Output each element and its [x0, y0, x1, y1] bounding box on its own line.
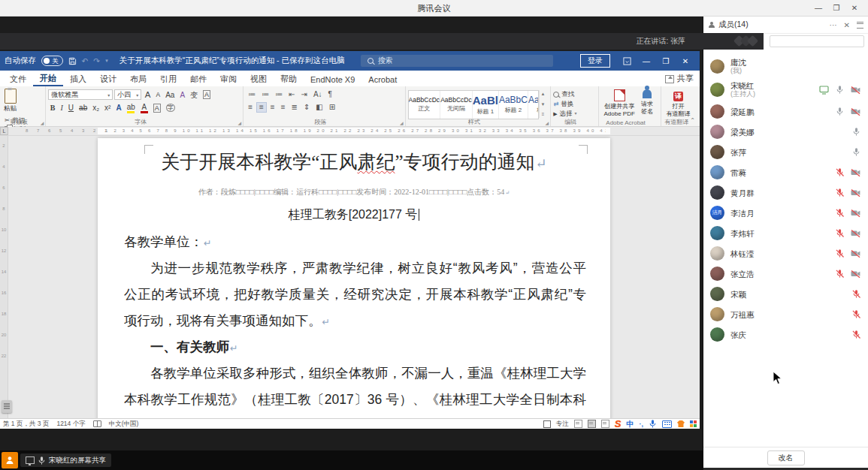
ime-mic-icon[interactable] — [649, 419, 657, 429]
paragraph-tool-icon-0[interactable]: ≡ — [246, 102, 255, 113]
mic-off-icon[interactable] — [836, 269, 844, 279]
member-search-input[interactable] — [770, 35, 864, 47]
font-tool-icon-5[interactable]: A — [201, 90, 213, 99]
meeting-taskbar-button[interactable] — [2, 452, 18, 468]
panel-close-button[interactable]: ✕ — [844, 21, 850, 29]
os-restore-button[interactable]: ❐ — [827, 4, 845, 12]
camera-off-icon[interactable] — [851, 249, 860, 258]
paragraph-tool-icon-5[interactable]: ⇕ — [301, 102, 312, 113]
ribbon-tab-5[interactable]: 引用 — [153, 71, 183, 86]
paste-button[interactable]: 粘贴 — [4, 89, 17, 113]
mic-off-icon[interactable] — [836, 167, 844, 177]
mic-off-icon[interactable] — [852, 289, 860, 299]
paragraph-tool-icon-4[interactable]: ⇥ — [299, 89, 310, 100]
paragraph-tool-icon-4[interactable]: ≣ — [289, 102, 300, 113]
member-row[interactable]: 洁月李洁月 — [703, 203, 868, 223]
mic-off-icon[interactable] — [836, 228, 844, 238]
ribbon-tab-4[interactable]: 布局 — [123, 71, 153, 86]
paragraph-tool-icon-3[interactable]: ⇤ — [286, 89, 297, 100]
mic-on-icon[interactable] — [852, 127, 860, 137]
panel-more-button[interactable]: ··· — [830, 21, 837, 29]
ribbon-tab-2[interactable]: 插入 — [63, 71, 93, 86]
font-tool-icon-3[interactable]: ab — [77, 103, 89, 113]
os-minimize-button[interactable]: — — [809, 4, 827, 12]
styles-gallery-scroller[interactable]: ▲ ▼ ≡ — [539, 90, 547, 118]
styles-scroll-down-icon[interactable]: ▼ — [541, 102, 546, 107]
styles-scroll-up-icon[interactable]: ▲ — [541, 92, 546, 96]
styles-dialog-launcher-icon[interactable]: ◢ — [546, 120, 549, 125]
focus-mode-button[interactable]: 专注 — [556, 420, 569, 429]
rename-button[interactable]: 改名 — [767, 450, 805, 465]
ribbon-tab-10[interactable]: EndNote X9 — [304, 71, 361, 86]
screen-share-icon[interactable] — [819, 86, 829, 95]
camera-off-icon[interactable] — [851, 270, 860, 279]
ribbon-tab-11[interactable]: Acrobat — [361, 71, 404, 86]
font-tool-icon-9[interactable]: A — [151, 104, 162, 113]
member-row[interactable]: 张萍 — [703, 142, 868, 162]
read-mode-icon[interactable] — [574, 420, 582, 428]
font-tool-icon-4[interactable]: x₂ — [91, 103, 101, 113]
paragraph-tool-icon-2[interactable]: ≔ — [273, 89, 285, 100]
web-layout-icon[interactable] — [601, 420, 609, 428]
save-icon[interactable] — [68, 57, 77, 65]
font-tool-icon-5[interactable]: x² — [103, 103, 113, 113]
member-row[interactable]: 黄月群 — [703, 182, 868, 203]
page-indicator[interactable]: 第 1 页，共 3 页 — [3, 420, 49, 429]
ribbon-tab-9[interactable]: 帮助 — [274, 71, 304, 86]
focus-float-widget[interactable] — [2, 400, 12, 413]
mic-on-icon[interactable] — [836, 107, 844, 116]
style-item-0[interactable]: AaBbCcDc正文 — [409, 91, 441, 119]
ime-punctuation-icon[interactable]: ·, — [640, 420, 644, 428]
style-item-2[interactable]: AaBl标题 1 — [473, 91, 499, 119]
font-tool-icon-1[interactable]: I — [59, 103, 65, 113]
find-button[interactable]: 查找 — [553, 90, 595, 98]
member-row[interactable]: 宋颖 — [703, 284, 868, 304]
camera-off-icon[interactable] — [851, 229, 860, 238]
member-row[interactable]: 雷蕤 — [703, 162, 868, 182]
ribbon-tab-3[interactable]: 设计 — [93, 71, 123, 86]
paragraph-tool-icon-7[interactable]: ⊞ — [327, 102, 337, 113]
mic-off-icon[interactable] — [836, 188, 844, 197]
ribbon-tab-6[interactable]: 邮件 — [183, 71, 213, 86]
word-close-button[interactable]: ✕ — [676, 57, 695, 65]
youdao-translate-button[interactable]: 译 打开有道翻译 — [667, 92, 691, 117]
font-tool-icon-4[interactable]: 变 — [189, 90, 200, 100]
clipboard-dialog-launcher-icon[interactable]: ◢ — [41, 120, 44, 125]
styles-more-icon[interactable]: ≡ — [542, 112, 545, 116]
replace-button[interactable]: ⇄替换 — [553, 100, 595, 108]
screen-share-banner[interactable]: 宋晓红的屏幕共享 — [20, 453, 111, 467]
collapse-ribbon-icon[interactable]: ⌃ — [690, 117, 695, 124]
vertical-ruler[interactable]: 246810121416182022 — [0, 136, 8, 418]
member-row[interactable]: 万祖惠 — [703, 304, 868, 324]
mic-on-icon[interactable] — [852, 147, 860, 157]
paragraph-tool-icon-3[interactable]: ≡ — [279, 102, 288, 113]
paragraph-tool-icon-2[interactable]: ≡ — [268, 102, 277, 113]
select-button[interactable]: ▶选择▾ — [553, 110, 595, 118]
font-tool-icon-2[interactable]: U — [66, 103, 75, 113]
os-close-button[interactable]: ✕ — [845, 4, 863, 12]
font-tool-icon-7[interactable]: ab — [125, 102, 137, 113]
document-page[interactable]: 关于开展本科教学“正风肃纪”专项行动的通知↵ 作者：段炼□□□□|□□□□编辑：… — [98, 138, 610, 418]
camera-off-icon[interactable] — [851, 209, 860, 218]
undo-icon[interactable]: ↶ — [82, 56, 89, 65]
ime-toolbox-icon[interactable] — [690, 420, 697, 427]
ribbon-tab-8[interactable]: 视图 — [243, 71, 274, 86]
share-button[interactable]: 共享 — [665, 71, 694, 86]
font-tool-icon-10[interactable]: 字 — [164, 104, 177, 112]
member-row[interactable]: 李炜轩 — [703, 223, 868, 243]
mic-off-icon[interactable] — [852, 309, 860, 319]
style-item-3[interactable]: AaBbC标题 2 — [499, 91, 528, 119]
font-tool-icon-6[interactable]: A — [114, 103, 123, 113]
font-tool-icon-0[interactable]: B — [48, 103, 57, 113]
member-row[interactable]: 庸沈(我) — [703, 55, 868, 78]
paragraph-tool-icon-6[interactable]: ¶ — [326, 89, 334, 100]
mic-off-icon[interactable] — [836, 249, 844, 258]
print-layout-icon[interactable] — [588, 420, 596, 428]
tab-stop-selector[interactable]: L — [0, 127, 8, 135]
paragraph-tool-icon-5[interactable]: A↓ — [311, 89, 325, 100]
horizontal-ruler[interactable]: L 8 7 6 5 4 3 2 1 1 2 3 4 5 6 7 8 9 10 1… — [0, 127, 700, 136]
mic-on-icon[interactable] — [836, 85, 844, 95]
word-search-box[interactable]: 搜索 — [361, 55, 553, 67]
ribbon-tab-1[interactable]: 开始 — [33, 71, 63, 86]
member-row[interactable]: 梁延鹏 — [703, 101, 868, 122]
